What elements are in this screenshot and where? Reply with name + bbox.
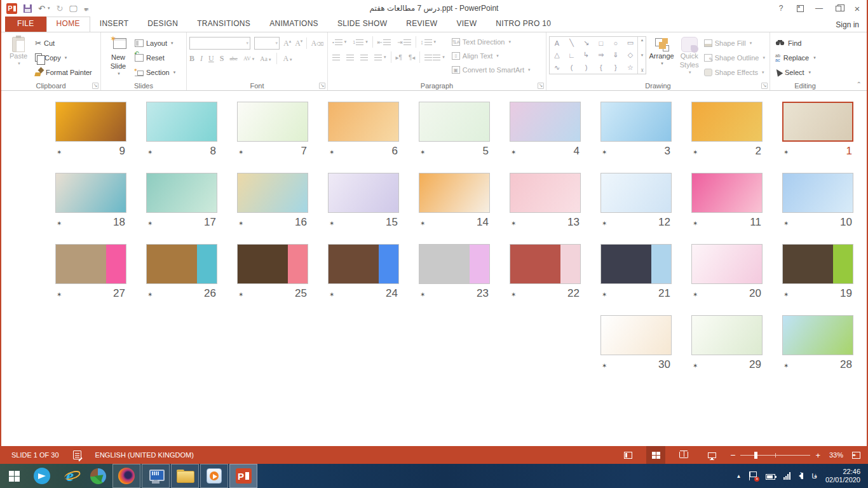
tab-insert[interactable]: INSERT xyxy=(90,17,139,32)
slide-thumbnail-10[interactable] xyxy=(782,173,853,213)
justify-button[interactable]: ▾ xyxy=(372,51,388,64)
slide-thumbnail-25[interactable] xyxy=(237,244,308,284)
powerpoint-taskbar-icon[interactable]: P xyxy=(229,464,257,488)
oval-shape-icon[interactable]: ○ xyxy=(613,39,618,47)
sign-in-link[interactable]: Sign in xyxy=(836,20,859,29)
slide-thumbnail-23[interactable] xyxy=(419,244,490,284)
slide-thumbnail-2[interactable] xyxy=(691,102,763,142)
tab-design[interactable]: DESIGN xyxy=(138,17,187,32)
drawing-dialog-launcher-icon[interactable]: ↘ xyxy=(761,83,768,89)
animation-star-icon[interactable]: ✶ xyxy=(511,149,516,156)
left-brace-shape-icon[interactable]: { xyxy=(600,64,602,71)
animation-star-icon[interactable]: ✶ xyxy=(693,362,698,369)
font-name-combo[interactable]: ▾ xyxy=(189,37,250,50)
zoom-level[interactable]: 33% xyxy=(829,451,843,459)
rectangle-shape-icon[interactable]: □ xyxy=(599,39,603,47)
slide-thumbnail-26[interactable] xyxy=(146,244,217,284)
animation-star-icon[interactable]: ✶ xyxy=(57,220,62,227)
animation-star-icon[interactable]: ✶ xyxy=(420,291,425,298)
slide-show-button[interactable] xyxy=(702,446,721,464)
slide-thumbnail-19[interactable] xyxy=(782,244,853,284)
tab-view[interactable]: VIEW xyxy=(447,17,486,32)
decrease-indent-button[interactable]: ⇤ xyxy=(376,36,393,48)
animation-star-icon[interactable]: ✶ xyxy=(783,149,789,156)
align-text-button[interactable]: ⇳Align Text▾ xyxy=(452,50,531,62)
slide-thumbnail-9[interactable] xyxy=(55,102,126,142)
freeform-shape-icon[interactable]: ∿ xyxy=(554,64,560,72)
tab-home[interactable]: HOME xyxy=(46,17,90,32)
align-left-button[interactable] xyxy=(330,51,342,64)
animation-star-icon[interactable]: ✶ xyxy=(238,220,243,227)
character-spacing-button[interactable]: AV▾ xyxy=(243,55,254,62)
animation-star-icon[interactable]: ✶ xyxy=(420,220,425,227)
reset-button[interactable]: Reset xyxy=(133,51,177,64)
slide-thumbnail-8[interactable] xyxy=(146,102,217,142)
media-player-taskbar-icon[interactable] xyxy=(200,464,228,488)
grow-font-button[interactable]: A▴ xyxy=(283,39,291,48)
arc-shape-icon[interactable]: ( xyxy=(571,64,573,71)
shape-effects-button[interactable]: Shape Effects▾ xyxy=(702,65,767,79)
arrow-shape-icon[interactable]: ↘ xyxy=(583,39,589,47)
triangle-shape-icon[interactable]: △ xyxy=(554,51,559,59)
animation-star-icon[interactable]: ✶ xyxy=(329,220,334,227)
slide-thumbnail-18[interactable] xyxy=(55,173,126,213)
copy-button[interactable]: Copy▾ xyxy=(33,51,94,64)
tab-animations[interactable]: ANIMATIONS xyxy=(260,17,328,32)
network-signal-icon[interactable] xyxy=(783,472,790,480)
animation-star-icon[interactable]: ✶ xyxy=(329,149,334,156)
animation-star-icon[interactable]: ✶ xyxy=(238,149,243,156)
slide-thumbnail-27[interactable] xyxy=(55,244,126,284)
text-box-shape-icon[interactable]: A xyxy=(555,39,559,47)
shrink-font-button[interactable]: A▾ xyxy=(295,39,302,48)
hidden-icons-chevron-icon[interactable]: ▲ xyxy=(736,473,741,479)
close-button[interactable]: × xyxy=(848,1,867,15)
tab-review[interactable]: REVIEW xyxy=(397,17,447,32)
slide-thumbnail-16[interactable] xyxy=(237,173,308,213)
convert-to-smartart-button[interactable]: ▣Convert to SmartArt▾ xyxy=(452,64,531,76)
new-slide-button[interactable]: New Slide▾ xyxy=(104,34,133,80)
line-spacing-button[interactable]: ↕▾ xyxy=(419,36,438,48)
animation-star-icon[interactable]: ✶ xyxy=(602,291,607,298)
zoom-in-button[interactable]: + xyxy=(815,451,820,460)
zoom-out-button[interactable]: − xyxy=(730,450,735,460)
animation-star-icon[interactable]: ✶ xyxy=(693,291,698,298)
clipboard-dialog-launcher-icon[interactable]: ↘ xyxy=(92,83,98,89)
slide-thumbnail-11[interactable] xyxy=(691,173,763,213)
bold-button[interactable]: B xyxy=(189,54,194,64)
bullets-button[interactable]: •▾ xyxy=(330,36,348,48)
layout-button[interactable]: Layout▾ xyxy=(133,36,177,50)
animation-star-icon[interactable]: ✶ xyxy=(602,149,607,156)
tab-file[interactable]: FILE xyxy=(5,17,46,32)
cut-button[interactable]: ✂Cut xyxy=(33,36,94,50)
find-button[interactable]: Find xyxy=(773,36,818,50)
animation-star-icon[interactable]: ✶ xyxy=(57,291,62,298)
internet-explorer-taskbar-icon[interactable]: e xyxy=(56,464,84,488)
ltr-direction-button[interactable]: ▸¶ xyxy=(394,51,404,64)
firefox-taskbar-icon[interactable] xyxy=(112,464,140,488)
animation-star-icon[interactable]: ✶ xyxy=(238,291,243,298)
start-button[interactable] xyxy=(0,464,28,488)
italic-button[interactable]: I xyxy=(200,54,203,64)
animation-star-icon[interactable]: ✶ xyxy=(147,220,153,227)
animation-star-icon[interactable]: ✶ xyxy=(783,220,789,227)
slide-thumbnail-1[interactable] xyxy=(782,102,853,142)
slide-thumbnail-4[interactable] xyxy=(510,102,581,142)
slide-thumbnail-17[interactable] xyxy=(146,173,217,213)
line-shape-icon[interactable]: ╲ xyxy=(569,39,574,47)
customize-qat-icon[interactable]: ᐀▾ xyxy=(84,4,89,13)
volume-icon[interactable] xyxy=(799,473,803,479)
on-screen-keyboard-taskbar-icon[interactable] xyxy=(142,464,170,488)
minimize-button[interactable]: — xyxy=(810,1,829,15)
idm-taskbar-icon[interactable] xyxy=(84,464,112,488)
animation-star-icon[interactable]: ✶ xyxy=(420,149,425,156)
slide-thumbnail-3[interactable] xyxy=(600,102,672,142)
elbow-arrow-connector-shape-icon[interactable]: ↳ xyxy=(583,51,589,59)
animation-star-icon[interactable]: ✶ xyxy=(147,149,153,156)
spell-check-icon[interactable] xyxy=(73,451,81,459)
center-button[interactable] xyxy=(344,51,356,64)
star-shape-icon[interactable]: ☆ xyxy=(627,64,634,72)
slide-sorter-view-button[interactable] xyxy=(646,446,665,464)
slide-thumbnail-14[interactable] xyxy=(419,173,490,213)
slide-thumbnail-20[interactable] xyxy=(691,244,763,284)
animation-star-icon[interactable]: ✶ xyxy=(602,362,607,369)
